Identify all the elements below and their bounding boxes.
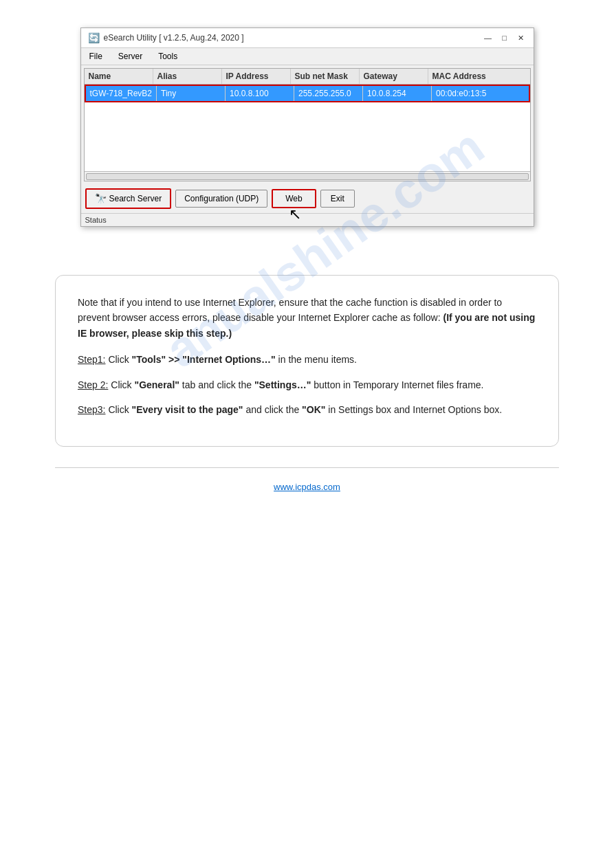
step3-text: Click [108, 404, 131, 415]
config-button-label: Configuration (UDP) [184, 194, 259, 203]
step2-label: Step 2: [78, 379, 108, 390]
step3-line: Step3: Click "Every visit to the page" a… [78, 402, 536, 417]
step1-text: Click [108, 354, 131, 365]
bottom-separator [55, 467, 559, 468]
exit-button[interactable]: Exit [320, 190, 355, 208]
window-title: eSearch Utility [ v1.2.5, Aug.24, 2020 ] [104, 33, 244, 43]
table-empty-area [85, 102, 530, 171]
table-header: Name Alias IP Address Sub net Mask Gatew… [85, 69, 530, 85]
col-header-mac: MAC Address [428, 69, 497, 84]
binoculars-icon: 🔭 [95, 193, 107, 204]
footer: www.icpdas.com [28, 475, 586, 498]
col-header-name: Name [85, 69, 153, 84]
web-button-label: Web [285, 194, 302, 203]
menu-file[interactable]: File [87, 50, 105, 63]
menu-tools[interactable]: Tools [155, 50, 180, 63]
step1-bold: "Tools" >> "Internet Options…" [132, 354, 276, 365]
step3-label: Step3: [78, 404, 105, 415]
step1-label: Step1: [78, 354, 105, 365]
step3-bold2: "OK" [302, 404, 325, 415]
step3-bold: "Every visit to the page" [132, 404, 243, 415]
step2-text: Click [111, 379, 134, 390]
table-body: tGW-718_RevB2 Tiny 10.0.8.100 255.255.25… [85, 85, 530, 171]
esearch-window: 🔄 eSearch Utility [ v1.2.5, Aug.24, 2020… [80, 27, 534, 227]
cell-mac: 00:0d:e0:13:5 [432, 86, 501, 101]
search-button-label: Search Server [109, 194, 162, 203]
esearch-window-wrapper: 🔄 eSearch Utility [ v1.2.5, Aug.24, 2020… [28, 14, 586, 247]
note-box: Note that if you intend to use Internet … [55, 275, 559, 447]
window-title-left: 🔄 eSearch Utility [ v1.2.5, Aug.24, 2020… [88, 32, 244, 43]
window-menubar: File Server Tools [81, 48, 534, 65]
window-buttons: 🔭 Search Server Configuration (UDP) Web … [81, 184, 534, 213]
exit-button-label: Exit [331, 194, 344, 203]
menu-server[interactable]: Server [116, 50, 145, 63]
step3-text2: and click the [245, 404, 302, 415]
step1-line: Step1: Click "Tools" >> "Internet Option… [78, 352, 536, 367]
step2-suffix: button in Temporary Internet files frame… [314, 379, 483, 390]
device-table: Name Alias IP Address Sub net Mask Gatew… [84, 68, 531, 181]
cell-gateway: 10.0.8.254 [363, 86, 432, 101]
note-text-1: Note that if you intend to use Internet … [78, 297, 502, 323]
step3-suffix: in Settings box and Internet Options box… [328, 404, 502, 415]
status-label: Status [85, 216, 107, 224]
note-paragraph-1: Note that if you intend to use Internet … [78, 295, 536, 341]
table-row[interactable]: tGW-718_RevB2 Tiny 10.0.8.100 255.255.25… [85, 85, 530, 102]
col-header-alias: Alias [153, 69, 222, 84]
web-button[interactable]: Web [272, 189, 316, 208]
minimize-button[interactable]: — [483, 32, 494, 43]
step2-bold2: "Settings…" [254, 379, 311, 390]
scrollbar-track[interactable] [86, 173, 529, 180]
window-titlebar: 🔄 eSearch Utility [ v1.2.5, Aug.24, 2020… [81, 28, 534, 48]
cell-subnet: 255.255.255.0 [294, 86, 363, 101]
col-header-gateway: Gateway [360, 69, 428, 84]
step2-line: Step 2: Click "General" tab and click th… [78, 377, 536, 392]
footer-link[interactable]: www.icpdas.com [274, 482, 340, 492]
window-controls[interactable]: — □ ✕ [483, 32, 527, 43]
step2-text2: tab and click the [182, 379, 254, 390]
close-button[interactable]: ✕ [516, 32, 527, 43]
cell-ip: 10.0.8.100 [226, 86, 294, 101]
configuration-button[interactable]: Configuration (UDP) [175, 190, 267, 208]
step1-suffix: in the menu items. [278, 354, 357, 365]
col-header-subnet: Sub net Mask [291, 69, 360, 84]
cell-alias: Tiny [157, 86, 226, 101]
search-server-button[interactable]: 🔭 Search Server [85, 188, 172, 209]
step2-bold: "General" [135, 379, 179, 390]
cell-name: tGW-718_RevB2 [86, 86, 157, 101]
status-bar: Status [81, 213, 534, 226]
app-icon: 🔄 [88, 32, 100, 43]
horizontal-scrollbar[interactable] [85, 171, 530, 181]
col-header-ip: IP Address [222, 69, 291, 84]
maximize-button[interactable]: □ [499, 32, 510, 43]
